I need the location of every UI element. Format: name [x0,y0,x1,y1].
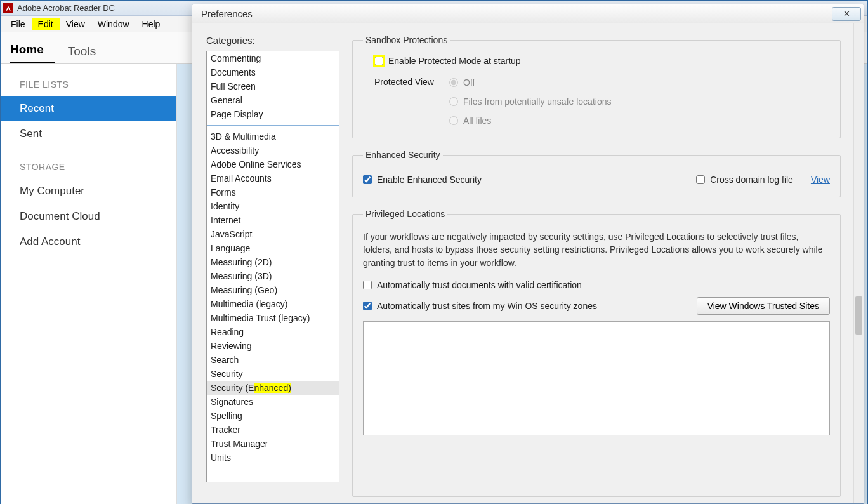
pane-label-filelists: FILE LISTS [1,64,176,96]
menu-view[interactable]: View [60,18,91,30]
category-tracker[interactable]: Tracker [207,423,339,437]
category-measuring-3d-[interactable]: Measuring (3D) [207,269,339,283]
dialog-close-button[interactable]: ✕ [832,7,861,21]
sandbox-legend: Sandbox Protections [363,35,450,45]
left-pane: FILE LISTS RecentSent STORAGE My Compute… [1,64,177,504]
sidebar-item-my-computer[interactable]: My Computer [1,178,176,204]
auto-trust-cert-checkbox[interactable] [363,281,372,289]
dialog-titlebar[interactable]: Preferences ✕ [192,4,864,23]
protected-view-label: Protected View [374,76,443,87]
app-icon [3,3,13,13]
dialog-title: Preferences [201,8,253,19]
menu-help[interactable]: Help [136,18,167,30]
enable-enhanced-label[interactable]: Enable Enhanced Security [377,175,482,185]
protected-view-radio-0[interactable] [449,78,458,87]
sidebar-item-sent[interactable]: Sent [1,121,176,147]
category-units[interactable]: Units [207,451,339,465]
category-internet[interactable]: Internet [207,213,339,227]
menu-file[interactable]: File [4,18,32,30]
sidebar-item-document-cloud[interactable]: Document Cloud [1,204,176,229]
protected-view-radio-1[interactable] [449,97,458,106]
app-title: Adobe Acrobat Reader DC [17,3,115,13]
enhanced-security-group: Enhanced Security Enable Enhanced Securi… [352,150,841,197]
sandbox-protections-group: Sandbox Protections Enable Protected Mod… [352,35,841,138]
protected-view-option-label-2: All files [463,114,491,128]
category-signatures[interactable]: Signatures [207,395,339,409]
close-icon: ✕ [843,9,850,18]
protected-view-option-2[interactable]: All files [449,114,611,128]
view-log-link[interactable]: View [811,175,830,185]
enable-enhanced-checkbox[interactable] [363,175,372,184]
category-trust-manager[interactable]: Trust Manager [207,437,339,451]
enable-protected-label[interactable]: Enable Protected Mode at startup [388,54,521,68]
settings-column: Sandbox Protections Enable Protected Mod… [352,35,858,497]
sidebar-item-recent[interactable]: Recent [1,96,176,121]
category-reading[interactable]: Reading [207,325,339,339]
protected-view-option-label-0: Off [463,76,475,90]
category-separator [207,125,339,126]
category-page-display[interactable]: Page Display [207,107,339,121]
enable-protected-checkbox[interactable] [374,56,383,65]
auto-trust-zones-checkbox[interactable] [363,302,372,310]
category-commenting[interactable]: Commenting [207,51,339,65]
category-reviewing[interactable]: Reviewing [207,339,339,353]
category-multimedia-trust-legacy-[interactable]: Multimedia Trust (legacy) [207,311,339,325]
cross-domain-checkbox[interactable] [696,175,705,184]
categories-list[interactable]: CommentingDocumentsFull ScreenGeneralPag… [206,51,339,482]
category-adobe-online-services[interactable]: Adobe Online Services [207,157,339,171]
menu-window[interactable]: Window [91,18,136,30]
category-documents[interactable]: Documents [207,65,339,79]
view-trusted-sites-button[interactable]: View Windows Trusted Sites [697,297,830,315]
category-javascript[interactable]: JavaScript [207,227,339,241]
scrollbar-thumb[interactable] [855,296,862,335]
categories-column: Categories: CommentingDocumentsFull Scre… [206,35,339,497]
privileged-description: If your workflows are negatively impacte… [363,230,830,269]
protected-view-option-0[interactable]: Off [449,76,611,90]
category-language[interactable]: Language [207,241,339,255]
sidebar-item-add-account[interactable]: Add Account [1,229,176,255]
category-measuring-geo-[interactable]: Measuring (Geo) [207,283,339,297]
enhanced-legend: Enhanced Security [363,150,443,160]
protected-view-option-label-1: Files from potentially unsafe locations [463,95,611,109]
privileged-locations-group: Privileged Locations If your workflows a… [352,209,841,497]
category-security[interactable]: Security [207,367,339,381]
category-security-enhanced-[interactable]: Security (Enhanced) [207,381,339,395]
category-general[interactable]: General [207,93,339,107]
tab-home[interactable]: Home [10,36,55,63]
categories-heading: Categories: [206,35,339,46]
menu-edit[interactable]: Edit [32,18,60,30]
cross-domain-label[interactable]: Cross domain log file [710,173,793,187]
tab-tools[interactable]: Tools [68,38,107,63]
privileged-list[interactable] [363,321,830,435]
category-measuring-2d-[interactable]: Measuring (2D) [207,255,339,269]
category-forms[interactable]: Forms [207,185,339,199]
privileged-legend: Privileged Locations [363,209,447,219]
dialog-scrollbar[interactable] [853,23,864,503]
auto-trust-zones-label[interactable]: Automatically trust sites from my Win OS… [377,299,597,313]
category-full-screen[interactable]: Full Screen [207,79,339,93]
auto-trust-cert-label[interactable]: Automatically trust documents with valid… [377,278,582,292]
category-email-accounts[interactable]: Email Accounts [207,171,339,185]
protected-view-option-1[interactable]: Files from potentially unsafe locations [449,95,611,109]
protected-view-row: Protected View OffFiles from potentially… [374,76,830,128]
category-accessibility[interactable]: Accessibility [207,143,339,157]
enable-protected-row: Enable Protected Mode at startup [374,54,830,68]
pane-label-storage: STORAGE [1,147,176,178]
protected-view-radio-2[interactable] [449,116,458,125]
category-search[interactable]: Search [207,353,339,367]
category-spelling[interactable]: Spelling [207,409,339,423]
dialog-body: Categories: CommentingDocumentsFull Scre… [192,23,864,503]
category-3d-multimedia[interactable]: 3D & Multimedia [207,129,339,143]
protected-view-options: OffFiles from potentially unsafe locatio… [449,76,611,128]
category-identity[interactable]: Identity [207,199,339,213]
category-multimedia-legacy-[interactable]: Multimedia (legacy) [207,297,339,311]
preferences-dialog: Preferences ✕ Categories: CommentingDocu… [192,4,864,504]
